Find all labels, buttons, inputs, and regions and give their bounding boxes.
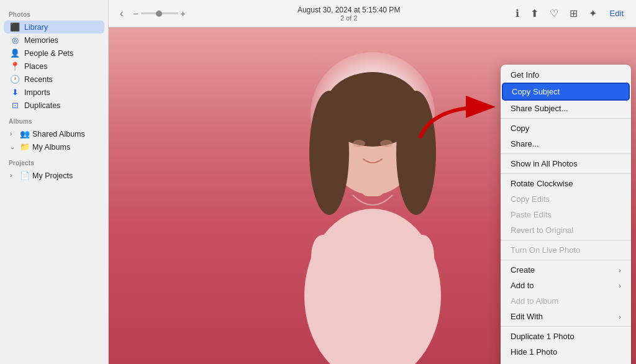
main-content: ‹ − + August 30, 2024 at 5:15:40 PM 2 of… (109, 0, 636, 364)
people-pets-icon: 👤 (10, 48, 20, 58)
menu-separator-4 (501, 240, 631, 240)
menu-item-copy-subject[interactable]: Copy Subject (502, 83, 630, 101)
back-button[interactable]: ‹ (116, 7, 127, 20)
person-silhouette (267, 29, 478, 364)
menu-item-show-in-all-photos[interactable]: Show in All Photos (502, 156, 630, 171)
sidebar-item-label-library: Library (24, 23, 48, 32)
sidebar-item-my-projects[interactable]: › 📄 My Projects (4, 169, 104, 182)
share-button[interactable]: ⬆ (527, 6, 542, 21)
duplicates-icon: ⊡ (10, 101, 20, 110)
toolbar: ‹ − + August 30, 2024 at 5:15:40 PM 2 of… (109, 0, 636, 27)
zoom-slider[interactable]: − + (133, 9, 185, 19)
imports-icon: ⬇ (10, 88, 20, 97)
menu-item-copy-subject-label: Copy Subject (512, 87, 560, 96)
menu-item-share-subject-label: Share Subject... (511, 104, 568, 113)
sidebar-section-label-projects: Projects (0, 153, 108, 169)
svg-point-8 (353, 140, 365, 147)
sidebar-item-people-pets[interactable]: 👤 People & Pets (4, 47, 104, 60)
menu-item-edit-with-label: Edit With (511, 312, 543, 321)
menu-item-copy-edits-label: Copy Edits (511, 194, 550, 204)
edit-button[interactable]: Edit (605, 7, 629, 20)
recents-icon: 🕐 (10, 75, 20, 84)
menu-item-hide-photo[interactable]: Hide 1 Photo (502, 344, 630, 360)
favorite-button[interactable]: ♡ (547, 6, 561, 21)
menu-item-create[interactable]: Create › (502, 262, 630, 278)
sidebar-item-label-memories: Memories (24, 36, 58, 45)
sidebar-section-photos: Photos ⬛ Library ◎ Memories 👤 People & P… (0, 5, 108, 112)
svg-point-5 (396, 91, 436, 215)
svg-point-9 (380, 140, 393, 147)
toolbar-right: ℹ ⬆ ♡ ⊞ ✦ Edit (512, 6, 629, 21)
slider-thumb (156, 11, 162, 17)
toolbar-left: ‹ − + (116, 7, 186, 20)
sidebar-item-memories[interactable]: ◎ Memories (4, 34, 104, 47)
menu-item-rotate-clockwise[interactable]: Rotate Clockwise (502, 176, 630, 191)
sidebar-item-imports[interactable]: ⬇ Imports (4, 86, 104, 99)
menu-item-copy-label: Copy (511, 124, 529, 133)
menu-separator-1 (501, 118, 631, 119)
sidebar: Photos ⬛ Library ◎ Memories 👤 People & P… (0, 0, 109, 364)
chevron-icon-my-albums: ⌄ (10, 143, 17, 150)
menu-separator-2 (501, 153, 631, 154)
shared-albums-icon: 👥 (20, 129, 30, 139)
toolbar-center: August 30, 2024 at 5:15:40 PM 2 of 2 (186, 6, 512, 22)
sidebar-item-library[interactable]: ⬛ Library (4, 20, 104, 34)
menu-item-paste-edits: Paste Edits (502, 207, 630, 222)
sidebar-item-recents[interactable]: 🕐 Recents (4, 73, 104, 86)
sidebar-item-duplicates[interactable]: ⊡ Duplicates (4, 99, 104, 112)
menu-item-duplicate-photo-label: Duplicate 1 Photo (511, 332, 575, 341)
my-projects-icon: 📄 (20, 171, 30, 180)
sidebar-item-shared-albums[interactable]: › 👥 Shared Albums (4, 127, 104, 140)
magic-wand-button[interactable]: ✦ (586, 6, 600, 21)
my-albums-icon: 📁 (20, 142, 30, 152)
zoom-minus-icon: − (133, 9, 138, 19)
sidebar-section-projects: Projects › 📄 My Projects (0, 153, 108, 182)
zoom-plus-icon: + (181, 9, 186, 19)
svg-point-4 (309, 91, 349, 215)
menu-item-edit-with[interactable]: Edit With › (502, 309, 630, 324)
menu-item-delete-photo[interactable]: Delete 1 Photo (502, 360, 630, 364)
menu-item-share-subject[interactable]: Share Subject... (502, 101, 630, 116)
sidebar-item-label-recents: Recents (24, 75, 53, 84)
menu-item-hide-photo-label: Hide 1 Photo (511, 347, 557, 357)
menu-item-share-label: Share... (511, 139, 539, 148)
menu-item-get-info-label: Get Info (511, 70, 539, 80)
sidebar-section-label-photos: Photos (0, 5, 108, 20)
sidebar-item-label-shared-albums: Shared Albums (32, 130, 85, 139)
menu-item-copy-edits: Copy Edits (502, 191, 630, 207)
menu-item-copy[interactable]: Copy (502, 121, 630, 136)
photo-count: 2 of 2 (340, 14, 358, 22)
sidebar-item-label-imports: Imports (24, 88, 50, 97)
menu-item-rotate-clockwise-label: Rotate Clockwise (511, 179, 573, 188)
memories-icon: ◎ (10, 35, 20, 45)
crop-button[interactable]: ⊞ (566, 6, 581, 21)
sidebar-item-places[interactable]: 📍 Places (4, 60, 104, 73)
menu-item-revert-to-original-label: Revert to Original (511, 225, 573, 235)
menu-item-create-label: Create (511, 265, 535, 275)
menu-item-turn-on-live-photo-label: Turn On Live Photo (511, 245, 580, 255)
menu-item-share[interactable]: Share... (502, 136, 630, 152)
menu-item-revert-to-original: Revert to Original (502, 222, 630, 238)
menu-item-add-to-album: Add to Album (502, 293, 630, 309)
sidebar-item-label-my-albums: My Albums (32, 143, 70, 152)
menu-separator-5 (501, 260, 631, 260)
sidebar-item-label-places: Places (24, 62, 48, 71)
menu-item-get-info[interactable]: Get Info (502, 67, 630, 83)
photo-timestamp: August 30, 2024 at 5:15:40 PM (298, 6, 400, 14)
menu-item-paste-edits-label: Paste Edits (511, 210, 552, 219)
menu-separator-3 (501, 173, 631, 174)
context-menu: Get Info Copy Subject Share Subject... C… (501, 65, 631, 364)
menu-item-show-in-all-photos-label: Show in All Photos (511, 159, 578, 168)
menu-item-add-to[interactable]: Add to › (502, 278, 630, 293)
menu-arrow-add-to: › (619, 282, 621, 289)
sidebar-section-label-albums: Albums (0, 112, 108, 127)
sidebar-item-my-albums[interactable]: ⌄ 📁 My Albums (4, 140, 104, 153)
sidebar-section-albums: Albums › 👥 Shared Albums ⌄ 📁 My Albums (0, 112, 108, 153)
menu-item-duplicate-photo[interactable]: Duplicate 1 Photo (502, 329, 630, 344)
sidebar-item-label-people-pets: People & Pets (24, 49, 73, 58)
menu-item-add-to-album-label: Add to Album (511, 296, 558, 306)
library-icon: ⬛ (10, 22, 20, 32)
info-button[interactable]: ℹ (512, 6, 522, 21)
slider-track (141, 12, 178, 14)
menu-item-turn-on-live-photo: Turn On Live Photo (502, 242, 630, 258)
